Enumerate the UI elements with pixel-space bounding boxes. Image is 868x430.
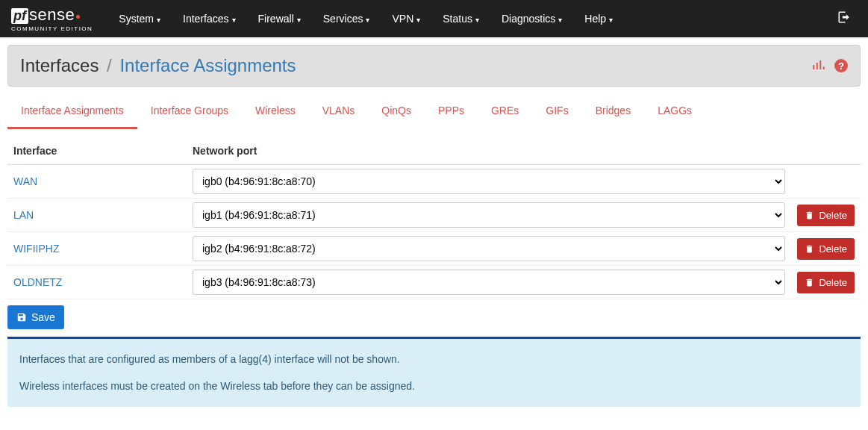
logo-dot-icon: [76, 15, 80, 19]
tab-qinqs[interactable]: QinQs: [368, 94, 425, 127]
info-panel: Interfaces that are configured as member…: [7, 337, 861, 407]
caret-down-icon: ▾: [157, 16, 160, 24]
delete-button-oldnetz[interactable]: Delete: [797, 272, 855, 293]
col-header-port: Network port: [187, 137, 791, 165]
tab-bridges[interactable]: Bridges: [582, 94, 644, 127]
nav-item-diagnostics[interactable]: Diagnostics▾: [490, 1, 573, 36]
nav-menu: System▾ Interfaces▾ Firewall▾ Services▾ …: [107, 1, 831, 36]
network-port-select-wan[interactable]: igb0 (b4:96:91:8c:a8:70): [193, 169, 785, 194]
stats-icon[interactable]: [812, 60, 825, 72]
caret-down-icon: ▾: [416, 16, 420, 24]
table-row: OLDNETZigb3 (b4:96:91:8c:a8:73)Delete: [7, 266, 861, 299]
tab-ppps[interactable]: PPPs: [425, 94, 478, 127]
tab-bar: Interface AssignmentsInterface GroupsWir…: [7, 94, 861, 130]
nav-item-firewall[interactable]: Firewall▾: [247, 1, 312, 36]
caret-down-icon: ▾: [297, 16, 301, 24]
tab-interface-groups[interactable]: Interface Groups: [137, 94, 242, 127]
interface-link-lan[interactable]: LAN: [13, 209, 34, 221]
table-row: LANigb1 (b4:96:91:8c:a8:71)Delete: [7, 199, 861, 232]
tab-gifs[interactable]: GIFs: [532, 94, 581, 127]
tab-interface-assignments[interactable]: Interface Assignments: [7, 94, 137, 127]
nav-item-help[interactable]: Help▾: [573, 1, 624, 36]
delete-button-lan[interactable]: Delete: [797, 205, 855, 226]
caret-down-icon: ▾: [609, 16, 613, 24]
table-row: WIFIIPHZigb2 (b4:96:91:8c:a8:72)Delete: [7, 232, 861, 266]
network-port-select-wifiiphz[interactable]: igb2 (b4:96:91:8c:a8:72): [193, 236, 785, 261]
nav-item-system[interactable]: System▾: [107, 1, 172, 36]
save-button[interactable]: Save: [7, 305, 64, 329]
delete-button-wifiiphz[interactable]: Delete: [797, 238, 855, 260]
info-line-2: Wireless interfaces must be created on t…: [19, 379, 849, 394]
tab-gres[interactable]: GREs: [478, 94, 532, 127]
caret-down-icon: ▾: [475, 16, 479, 24]
trash-icon: [805, 244, 814, 254]
brand-logo[interactable]: pf sense COMMUNITY EDITION: [11, 5, 93, 32]
trash-icon: [805, 278, 814, 287]
table-row: WANigb0 (b4:96:91:8c:a8:70): [7, 165, 861, 199]
trash-icon: [805, 211, 814, 220]
caret-down-icon: ▾: [366, 16, 369, 24]
tab-laggs[interactable]: LAGGs: [644, 94, 705, 127]
logout-icon[interactable]: [831, 10, 857, 28]
top-navbar: pf sense COMMUNITY EDITION System▾ Inter…: [0, 0, 868, 37]
nav-item-status[interactable]: Status▾: [431, 1, 490, 36]
nav-item-services[interactable]: Services▾: [312, 1, 381, 36]
page-title: Interfaces / Interface Assignments: [20, 55, 296, 76]
caret-down-icon: ▾: [232, 16, 236, 24]
tab-vlans[interactable]: VLANs: [309, 94, 369, 127]
caret-down-icon: ▾: [558, 16, 562, 24]
interface-link-wan[interactable]: WAN: [13, 175, 37, 187]
network-port-select-oldnetz[interactable]: igb3 (b4:96:91:8c:a8:73): [193, 269, 785, 295]
logo-suffix: sense: [29, 5, 75, 25]
help-icon[interactable]: ?: [834, 59, 848, 72]
col-header-interface: Interface: [7, 137, 187, 165]
interface-link-oldnetz[interactable]: OLDNETZ: [13, 276, 62, 288]
tab-wireless[interactable]: Wireless: [242, 94, 309, 127]
interface-link-wifiiphz[interactable]: WIFIIPHZ: [13, 243, 59, 255]
save-icon: [16, 312, 27, 322]
nav-item-vpn[interactable]: VPN▾: [381, 1, 431, 36]
nav-item-interfaces[interactable]: Interfaces▾: [172, 1, 246, 36]
interface-assignments-table: Interface Network port WANigb0 (b4:96:91…: [7, 137, 861, 299]
page-header: Interfaces / Interface Assignments ?: [7, 45, 861, 87]
network-port-select-lan[interactable]: igb1 (b4:96:91:8c:a8:71): [193, 202, 785, 228]
info-line-1: Interfaces that are configured as member…: [19, 352, 849, 367]
logo-prefix: pf: [11, 8, 28, 24]
logo-edition: COMMUNITY EDITION: [11, 25, 93, 32]
